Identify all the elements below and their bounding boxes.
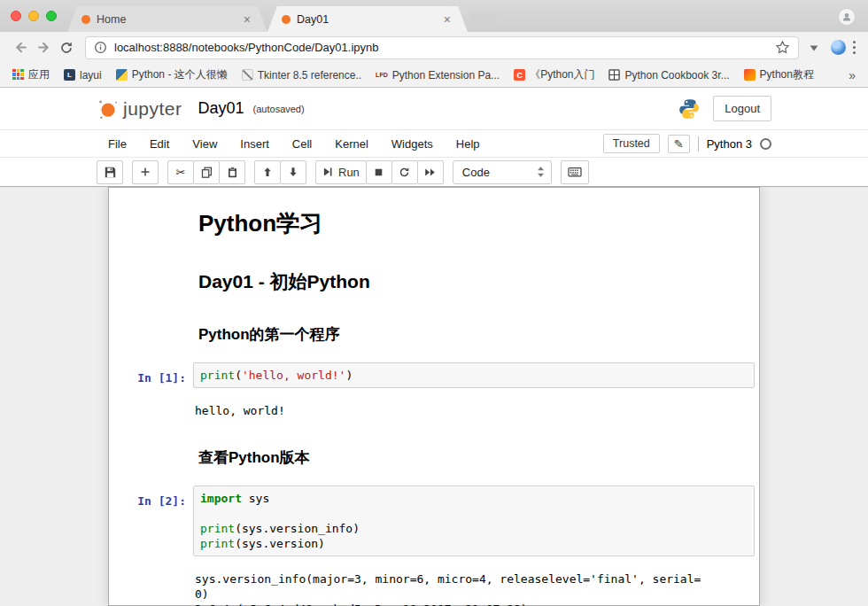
edit-title-button[interactable]: ✎	[668, 135, 690, 153]
save-button[interactable]	[97, 160, 123, 184]
interrupt-kernel-button[interactable]	[366, 160, 392, 184]
bookmark-label: Python Cookbook 3r...	[624, 69, 729, 82]
tutorial-icon	[744, 69, 756, 81]
run-cell-button[interactable]: Run	[315, 160, 367, 184]
copy-cell-button[interactable]	[193, 160, 220, 184]
markdown-cell-first-program[interactable]: Python的第一个程序	[109, 307, 759, 358]
menu-insert[interactable]: Insert	[229, 137, 281, 151]
bookmark-star-icon[interactable]	[775, 40, 790, 55]
command-palette-button[interactable]	[561, 160, 589, 184]
person-icon	[841, 12, 852, 22]
jupyter-logo[interactable]: jupyter	[97, 97, 182, 120]
markdown-cell-version[interactable]: 查看Python版本	[109, 431, 759, 481]
bookmark-label: Python - 这个人很懒	[132, 67, 228, 82]
prompt-area	[113, 260, 193, 299]
cell-type-select[interactable]: Code	[453, 160, 552, 184]
plus-icon	[140, 167, 151, 177]
bookmark-python-cookbook[interactable]: Python Cookbook 3r...	[603, 67, 734, 83]
output-cell-2: sys.version_info(major=3, minor=6, micro…	[109, 561, 759, 606]
move-cell-down-button[interactable]	[280, 160, 306, 184]
markdown-cell-title[interactable]: Python学习	[109, 191, 759, 252]
logout-button[interactable]: Logout	[713, 96, 771, 121]
menu-help[interactable]: Help	[445, 137, 492, 151]
url-text[interactable]: localhost:8888/notebooks/PythonCode/Day0…	[114, 41, 775, 54]
output-prompt-area	[113, 397, 193, 426]
notebook-scroll-area[interactable]: Python学习 Day01 - 初始Python Python的第一个程序 I…	[0, 187, 868, 606]
menu-edit[interactable]: Edit	[138, 137, 181, 151]
apps-grid-icon	[12, 69, 24, 81]
jupyter-planet-icon	[97, 97, 120, 120]
code-cell-1[interactable]: In [1]: print('hello, world!')	[109, 358, 759, 392]
move-cell-up-button[interactable]	[254, 160, 281, 184]
notebook-h1: Python学习	[198, 208, 749, 239]
csdn-icon: C	[514, 69, 525, 81]
add-cell-button[interactable]	[132, 160, 159, 184]
menu-view[interactable]: View	[181, 137, 229, 151]
tab-day01[interactable]: Day01 ×	[267, 6, 468, 32]
back-icon	[13, 40, 28, 55]
navigation-bar: localhost:8888/notebooks/PythonCode/Day0…	[0, 32, 868, 63]
bookmark-apps[interactable]: 应用	[7, 66, 55, 84]
prompt-area	[113, 199, 193, 245]
select-stepper-icon	[536, 166, 546, 178]
download-triangle-icon[interactable]	[808, 42, 820, 54]
arrow-down-icon	[288, 167, 298, 177]
menu-kernel[interactable]: Kernel	[323, 137, 380, 151]
back-button[interactable]	[9, 36, 32, 59]
zoom-window-button[interactable]	[46, 11, 57, 21]
jupyter-favicon	[81, 15, 90, 24]
jupyter-brand-text: jupyter	[123, 98, 182, 120]
run-icon	[322, 167, 333, 177]
forward-button[interactable]	[32, 36, 55, 59]
paste-cell-button[interactable]	[219, 160, 245, 184]
minimize-window-button[interactable]	[28, 11, 39, 21]
fast-forward-icon	[424, 167, 436, 178]
cut-cell-button[interactable]: ✂	[167, 160, 194, 184]
cell-2-output: sys.version_info(major=3, minor=6, micro…	[195, 571, 749, 606]
run-label: Run	[338, 166, 360, 179]
bookmark-tkinter[interactable]: Tkinter 8.5 reference..	[236, 67, 367, 83]
bookmarks-bar: 应用 L layui Python - 这个人很懒 Tkinter 8.5 re…	[0, 63, 868, 88]
notebook-title[interactable]: Day01	[198, 99, 244, 118]
layui-icon: L	[64, 69, 75, 81]
scissors-icon: ✂	[176, 167, 186, 178]
trusted-badge[interactable]: Trusted	[603, 134, 660, 153]
input-prompt: In [2]:	[113, 486, 193, 556]
bookmark-python-intro[interactable]: C 《Python入门	[508, 66, 600, 84]
bookmark-layui[interactable]: L layui	[58, 67, 107, 83]
cell-1-output: hello, world!	[195, 403, 749, 418]
bookmarks-overflow-chevron[interactable]: »	[843, 68, 861, 82]
jupyter-favicon	[282, 15, 291, 24]
page-info-icon[interactable]	[94, 41, 107, 54]
bookmark-python-tutorial[interactable]: Python教程	[739, 66, 819, 84]
menu-file[interactable]: File	[97, 137, 138, 151]
menu-widgets[interactable]: Widgets	[380, 137, 445, 151]
code-input-2[interactable]: import sys print(sys.version_info) print…	[193, 486, 755, 556]
save-icon	[105, 167, 116, 178]
tab-label: Day01	[297, 13, 441, 26]
markdown-cell-day01[interactable]: Day01 - 初始Python	[109, 252, 759, 307]
chrome-menu-icon[interactable]	[849, 41, 860, 55]
jupyter-header: jupyter Day01 (autosaved) Logout	[0, 88, 868, 130]
reload-button[interactable]	[55, 36, 78, 59]
address-bar[interactable]: localhost:8888/notebooks/PythonCode/Day0…	[85, 36, 799, 59]
bookmark-python-extension[interactable]: LFD Python Extension Pa...	[370, 67, 505, 83]
bookmark-label: Python Extension Pa...	[392, 69, 500, 82]
kernel-name: Python 3	[707, 137, 752, 151]
close-tab-icon[interactable]: ×	[441, 12, 453, 27]
code-input-1[interactable]: print('hello, world!')	[193, 362, 755, 388]
bookmark-python-blog[interactable]: Python - 这个人很懒	[111, 66, 233, 84]
menu-cell[interactable]: Cell	[281, 137, 323, 151]
code-cell-2[interactable]: In [2]: import sys print(sys.version_inf…	[109, 481, 759, 561]
new-tab-button[interactable]	[465, 12, 498, 27]
globe-extension-icon[interactable]	[831, 40, 846, 55]
profile-avatar[interactable]	[838, 8, 856, 26]
restart-run-all-button[interactable]	[417, 160, 444, 184]
bookmark-label: 应用	[28, 67, 50, 82]
python-icon	[116, 69, 128, 81]
prompt-area	[113, 439, 193, 473]
close-tab-icon[interactable]: ×	[241, 12, 253, 27]
close-window-button[interactable]	[11, 11, 21, 21]
restart-kernel-button[interactable]	[391, 160, 418, 184]
tab-home[interactable]: Home ×	[67, 6, 267, 32]
